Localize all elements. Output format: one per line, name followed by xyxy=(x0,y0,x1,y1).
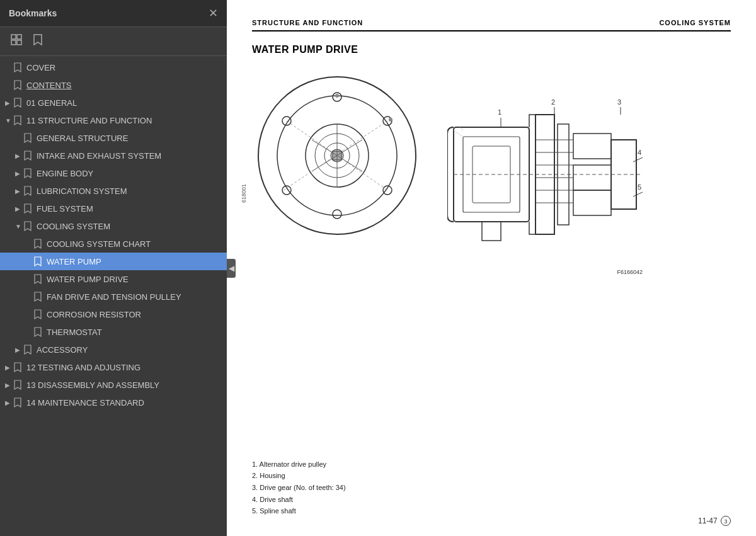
bookmark-icon-corrosion xyxy=(34,309,43,319)
item-label-contents: CONTENTS xyxy=(26,81,222,90)
svg-rect-33 xyxy=(573,134,611,159)
item-label-water-pump: WATER PUMP xyxy=(47,257,222,266)
svg-line-54 xyxy=(454,130,463,137)
legend-item: 3. Drive gear (No. of teeth: 34) xyxy=(252,482,731,494)
sidebar-item-general-structure[interactable]: ▶GENERAL STRUCTURE xyxy=(0,129,227,147)
item-label-11-structure: 11 STRUCTURE AND FUNCTION xyxy=(26,116,222,125)
sidebar-item-fuel-system[interactable]: ▶FUEL SYSTEM xyxy=(0,200,227,217)
sidebar-item-thermostat[interactable]: ▶THERMOSTAT xyxy=(0,323,227,341)
svg-rect-0 xyxy=(11,35,16,39)
close-button[interactable]: ✕ xyxy=(209,8,218,19)
bookmark-icon-water-pump xyxy=(34,256,43,266)
item-label-cooling-system: COOLING SYSTEM xyxy=(37,222,222,231)
item-label-01-general: 01 GENERAL xyxy=(26,98,222,108)
sidebar-item-cooling-chart[interactable]: ▶COOLING SYSTEM CHART xyxy=(0,235,227,253)
legend-item: 4. Drive shaft xyxy=(252,494,731,506)
sidebar-tree: ▶COVER▶CONTENTS▶01 GENERAL▼11 STRUCTURE … xyxy=(0,56,227,536)
svg-rect-2 xyxy=(11,40,16,45)
section-title: WATER PUMP DRIVE xyxy=(252,44,731,55)
svg-point-14 xyxy=(333,210,341,219)
svg-text:5: 5 xyxy=(638,183,641,191)
item-label-cover: COVER xyxy=(26,63,222,72)
bookmark-tool-button[interactable] xyxy=(30,32,45,50)
pump-face-svg xyxy=(252,71,422,241)
svg-text:2: 2 xyxy=(551,98,555,106)
item-label-12-testing: 12 TESTING AND ADJUSTING xyxy=(26,363,222,372)
fig-label-f6166042: F6166042 xyxy=(617,269,643,275)
doc-header-right: COOLING SYSTEM xyxy=(659,19,731,26)
sidebar-item-intake-exhaust[interactable]: ▶INTAKE AND EXHAUST SYSTEM xyxy=(0,147,227,164)
page-number: 11-47 3 xyxy=(698,516,731,526)
svg-rect-34 xyxy=(573,165,611,190)
sidebar-item-11-structure[interactable]: ▼11 STRUCTURE AND FUNCTION xyxy=(0,111,227,129)
svg-point-25 xyxy=(335,94,339,98)
sidebar-item-water-pump[interactable]: ▶WATER PUMP xyxy=(0,253,227,270)
main-content: STRUCTURE AND FUNCTION COOLING SYSTEM WA… xyxy=(227,0,756,536)
bookmark-icon-water-pump-drive xyxy=(34,274,43,284)
bookmark-icon-11-structure xyxy=(14,115,23,125)
item-label-13-disassembly: 13 DISASSEMBLY AND ASSEMBLY xyxy=(26,380,222,390)
pump-section-svg: 1 2 3 4 5 xyxy=(447,77,643,272)
item-label-14-maintenance: 14 MAINTENANCE STANDARD xyxy=(26,398,222,408)
svg-text:3: 3 xyxy=(617,98,621,106)
svg-line-23 xyxy=(284,121,387,190)
bookmark-icon-fan-drive xyxy=(34,292,43,302)
sidebar-item-13-disassembly[interactable]: ▶13 DISASSEMBLY AND ASSEMBLY xyxy=(0,376,227,394)
bookmark-icon-cooling-chart xyxy=(34,239,43,249)
sidebar-item-fan-drive[interactable]: ▶FAN DRIVE AND TENSION PULLEY xyxy=(0,288,227,305)
legend-section: 1. Alternator drive pulley2. Housing3. D… xyxy=(252,459,731,517)
document-page: STRUCTURE AND FUNCTION COOLING SYSTEM WA… xyxy=(227,0,756,536)
item-label-corrosion: CORROSION RESISTOR xyxy=(47,310,222,319)
pump-section-diagram: 1 2 3 4 5 xyxy=(447,77,643,272)
bookmark-icon-lubrication xyxy=(24,186,33,196)
sidebar-item-engine-body[interactable]: ▶ENGINE BODY xyxy=(0,164,227,182)
doc-header: STRUCTURE AND FUNCTION COOLING SYSTEM xyxy=(252,19,731,31)
item-label-cooling-chart: COOLING SYSTEM CHART xyxy=(47,239,222,249)
svg-rect-53 xyxy=(482,222,501,241)
svg-text:1: 1 xyxy=(498,108,501,116)
sidebar-item-lubrication[interactable]: ▶LUBRICATION SYSTEM xyxy=(0,182,227,200)
sidebar-item-water-pump-drive[interactable]: ▶WATER PUMP DRIVE xyxy=(0,270,227,288)
item-label-engine-body: ENGINE BODY xyxy=(37,169,222,178)
item-label-accessory: ACCESSORY xyxy=(37,345,222,355)
bookmark-icon-general-structure xyxy=(24,133,33,143)
grid-view-button[interactable] xyxy=(8,32,25,50)
sidebar-item-14-maintenance[interactable]: ▶14 MAINTENANCE STANDARD xyxy=(0,394,227,411)
item-label-intake-exhaust: INTAKE AND EXHAUST SYSTEM xyxy=(37,151,222,161)
sidebar-header: Bookmarks ✕ xyxy=(0,0,227,27)
bookmark-icon-intake-exhaust xyxy=(24,151,33,161)
fig-label-618001: 618001 xyxy=(241,184,247,203)
sidebar-item-01-general[interactable]: ▶01 GENERAL xyxy=(0,94,227,111)
sidebar-item-cooling-system[interactable]: ▼COOLING SYSTEM xyxy=(0,217,227,235)
svg-rect-1 xyxy=(17,35,21,39)
sidebar-item-corrosion[interactable]: ▶CORROSION RESISTOR xyxy=(0,305,227,323)
svg-line-51 xyxy=(633,192,643,197)
bookmark-icon-thermostat xyxy=(34,327,43,337)
bookmark-icon-accessory xyxy=(24,345,33,355)
collapse-sidebar-handle[interactable]: ◀ xyxy=(227,259,236,278)
legend-item: 2. Housing xyxy=(252,470,731,482)
svg-point-26 xyxy=(389,118,392,122)
svg-line-49 xyxy=(633,157,643,162)
bookmark-icon-contents xyxy=(14,80,23,90)
pump-face-diagram: 618001 xyxy=(252,71,422,241)
item-label-general-structure: GENERAL STRUCTURE xyxy=(37,134,222,143)
bookmark-icon-01-general xyxy=(14,98,23,108)
bookmark-icon-engine-body xyxy=(24,168,33,178)
sidebar-item-12-testing[interactable]: ▶12 TESTING AND ADJUSTING xyxy=(0,358,227,376)
item-label-fuel-system: FUEL SYSTEM xyxy=(37,204,222,214)
diagrams-row: 618001 xyxy=(252,71,731,440)
svg-rect-35 xyxy=(573,190,611,215)
item-label-water-pump-drive: WATER PUMP DRIVE xyxy=(47,275,222,284)
bookmark-icon-13-disassembly xyxy=(14,380,23,390)
bookmark-icon-12-testing xyxy=(14,362,23,372)
sidebar-toolbar xyxy=(0,27,227,56)
sidebar-item-accessory[interactable]: ▶ACCESSORY xyxy=(0,341,227,358)
sidebar-item-contents[interactable]: ▶CONTENTS xyxy=(0,76,227,94)
item-label-fan-drive: FAN DRIVE AND TENSION PULLEY xyxy=(47,292,222,302)
svg-text:4: 4 xyxy=(638,149,641,156)
legend-item: 1. Alternator drive pulley xyxy=(252,459,731,470)
sidebar-title: Bookmarks xyxy=(9,8,57,18)
sidebar: Bookmarks ✕ ▶COVER▶CONTENTS▶01 GENERAL▼1… xyxy=(0,0,227,536)
sidebar-item-cover[interactable]: ▶COVER xyxy=(0,59,227,76)
